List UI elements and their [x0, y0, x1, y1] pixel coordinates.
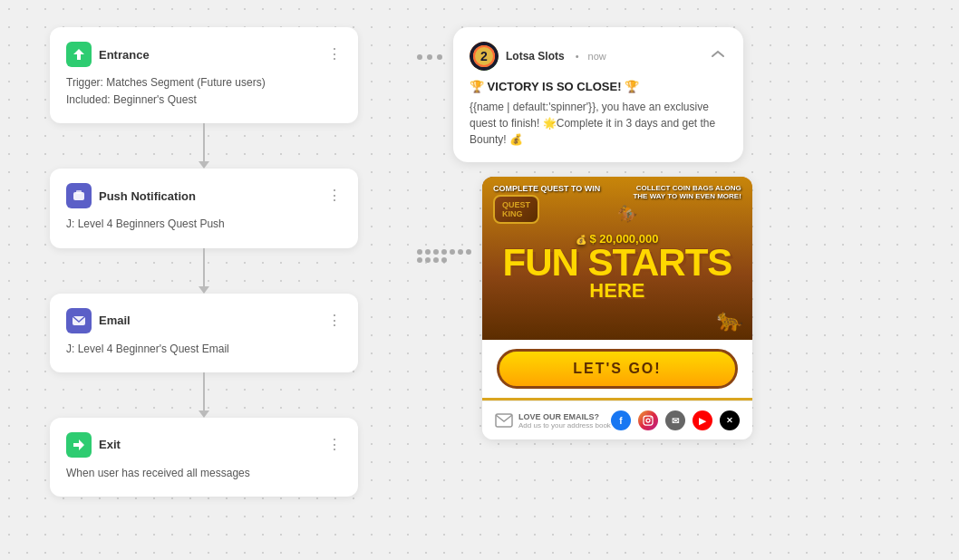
email-icon-social[interactable]: ✉	[665, 410, 685, 430]
svg-text:2: 2	[480, 49, 488, 63]
email-title: Email	[99, 314, 131, 327]
exit-card: Exit ⋮ When user has received all messag…	[50, 418, 358, 497]
connector-2	[199, 248, 209, 294]
quest-king-logo: QUESTKING	[493, 195, 539, 224]
push-app-name: Lotsa Slots	[506, 50, 565, 63]
push-menu[interactable]: ⋮	[327, 188, 342, 203]
email-image: COMPLETE QUEST TO WIN COLLECT COIN BAGS …	[482, 177, 752, 340]
lets-go-button[interactable]: LET'S GO!	[497, 349, 738, 389]
email-preview: COMPLETE QUEST TO WIN COLLECT COIN BAGS …	[482, 177, 752, 439]
email-icon	[66, 308, 92, 333]
svg-rect-1	[76, 190, 82, 194]
instagram-icon[interactable]	[638, 410, 658, 430]
email-menu[interactable]: ⋮	[327, 314, 342, 328]
push-card: Push Notification ⋮ J: Level 4 Beginners…	[50, 169, 358, 247]
connector-1	[199, 123, 209, 169]
email-card: Email ⋮ J: Level 4 Beginner's Quest Emai…	[50, 294, 358, 372]
entrance-icon	[66, 42, 92, 67]
entrance-menu[interactable]: ⋮	[327, 47, 342, 62]
exit-body: When user has received all messages	[66, 465, 342, 482]
exit-icon	[66, 432, 92, 458]
x-twitter-icon[interactable]: ✕	[720, 410, 740, 430]
exit-menu[interactable]: ⋮	[327, 438, 342, 452]
svg-point-10	[650, 417, 652, 419]
youtube-icon[interactable]: ▶	[693, 410, 712, 430]
push-notification-title: 🏆 VICTORY IS SO CLOSE! 🏆	[470, 80, 727, 93]
push-collapse-button[interactable]	[709, 45, 727, 68]
push-notification-preview: 2 Lotsa Slots • now 🏆 VICTORY IS SO CLOS…	[453, 27, 743, 162]
email-footer-icons: f ✉ ▶ ✕	[611, 410, 740, 430]
facebook-icon[interactable]: f	[611, 410, 631, 430]
entrance-title: Entrance	[99, 48, 150, 62]
push-body: J: Level 4 Beginners Quest Push	[66, 216, 342, 233]
push-app-icon: 2	[470, 42, 499, 71]
push-notification-body: {{name | default:'spinner'}}, you have a…	[470, 99, 727, 148]
exit-title: Exit	[99, 438, 121, 451]
flow-column: Entrance ⋮ Trigger: Matches Segment (Fut…	[27, 27, 381, 497]
entrance-card: Entrance ⋮ Trigger: Matches Segment (Fut…	[50, 27, 358, 123]
email-body: J: Level 4 Beginner's Quest Email	[66, 341, 342, 358]
right-section: 2 Lotsa Slots • now 🏆 VICTORY IS SO CLOS…	[417, 27, 932, 439]
connector-3	[199, 372, 209, 418]
push-title: Push Notification	[99, 189, 196, 203]
svg-rect-7	[496, 414, 512, 427]
push-time: now	[588, 51, 606, 62]
push-icon	[66, 183, 92, 208]
email-footer: LOVE OUR EMAILS? Add us to your address …	[482, 401, 752, 439]
entrance-body: Trigger: Matches Segment (Future users) …	[66, 74, 342, 109]
email-connector-dots	[417, 249, 471, 263]
email-footer-left: LOVE OUR EMAILS? Add us to your address …	[495, 412, 611, 430]
fun-starts-text: FUN STARTS	[502, 246, 731, 280]
push-connector-dots	[417, 54, 442, 60]
svg-point-9	[646, 419, 650, 422]
email-prize-area: 💰 $ 20,000,000 FUN STARTS HERE	[502, 232, 731, 304]
